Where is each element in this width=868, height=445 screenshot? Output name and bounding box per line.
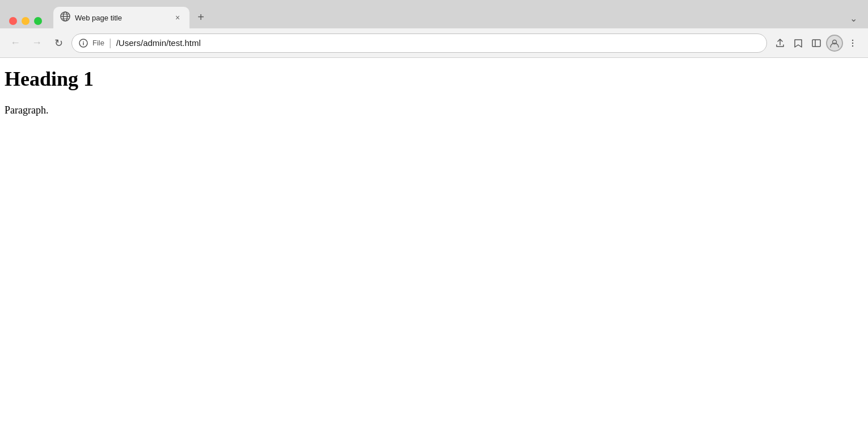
page-heading: Heading 1 — [5, 67, 863, 91]
active-tab[interactable]: Web page title × — [53, 7, 189, 28]
tab-bar-right: ⌄ — [845, 10, 868, 26]
address-bar-separator: | — [109, 37, 112, 49]
window-minimize-button[interactable] — [22, 17, 30, 25]
address-bar-info-icon — [79, 39, 88, 48]
svg-marker-8 — [795, 40, 802, 47]
reload-button[interactable]: ↻ — [50, 35, 67, 52]
address-bar-protocol: File — [92, 39, 104, 47]
page-content: Heading 1 Paragraph. — [0, 58, 868, 445]
svg-rect-9 — [812, 40, 820, 47]
svg-point-13 — [852, 42, 853, 43]
toolbar: ← → ↻ File | — [0, 28, 868, 58]
toolbar-actions — [772, 35, 861, 52]
tab-close-button[interactable]: × — [172, 12, 183, 23]
back-button[interactable]: ← — [7, 35, 24, 52]
more-menu-button[interactable] — [844, 35, 861, 52]
window-maximize-button[interactable] — [34, 17, 42, 25]
window-close-button[interactable] — [9, 17, 17, 25]
address-bar-url-input[interactable] — [116, 38, 760, 48]
new-tab-button[interactable]: + — [192, 8, 210, 26]
tab-dropdown-button[interactable]: ⌄ — [845, 10, 861, 26]
tab-title: Web page title — [75, 14, 168, 22]
svg-point-14 — [852, 45, 853, 46]
sidebar-button[interactable] — [808, 35, 825, 52]
share-button[interactable] — [772, 35, 789, 52]
tab-favicon — [60, 11, 70, 24]
address-bar[interactable]: File | — [71, 33, 767, 53]
profile-button[interactable] — [826, 35, 843, 52]
svg-point-7 — [83, 41, 84, 42]
svg-point-12 — [852, 39, 853, 40]
tab-bar: Web page title × + ⌄ — [0, 0, 868, 28]
page-paragraph: Paragraph. — [5, 104, 863, 116]
forward-button[interactable]: → — [28, 35, 45, 52]
window-controls — [0, 17, 51, 25]
bookmark-button[interactable] — [790, 35, 807, 52]
